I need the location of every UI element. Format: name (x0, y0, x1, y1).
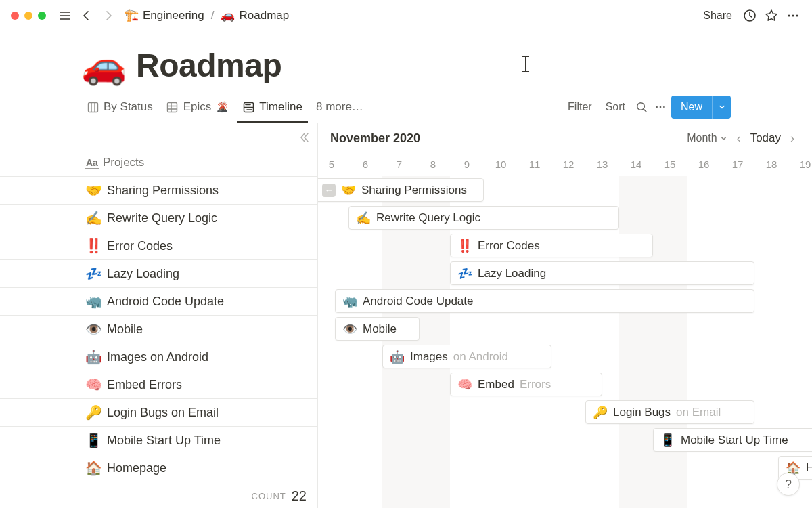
timeline-bar[interactable]: 🔑Login Bugs on Email (585, 400, 754, 424)
timeline-bar[interactable]: ‼️Error Codes (450, 234, 653, 257)
project-row[interactable]: 🔑Login Bugs on Email (0, 398, 317, 426)
updates-icon[interactable] (742, 7, 758, 24)
scale-selector[interactable]: Month (683, 129, 731, 147)
forward-icon[interactable] (100, 7, 116, 24)
timeline-bar[interactable]: 🦏Android Code Update (335, 289, 754, 313)
day-label: 8 (430, 158, 436, 170)
count-label: COUNT (252, 491, 286, 501)
tab-more-views[interactable]: 8 more… (311, 96, 369, 118)
timeline-view: Aa Projects 🤝Sharing Permissions✍️Rewrit… (0, 123, 812, 508)
timeline-icon (242, 101, 254, 113)
timeline-chart[interactable]: November 2020 Month ‹ Today › 5678910111… (318, 123, 812, 508)
new-button-dropdown-icon[interactable] (712, 96, 731, 119)
tab-timeline[interactable]: Timeline (237, 96, 308, 118)
timeline-bar[interactable]: 👁️Mobile (335, 317, 420, 341)
bar-icon: 👁️ (342, 322, 357, 337)
favorite-icon[interactable] (763, 7, 780, 24)
project-row[interactable]: 🏠Homepage (0, 454, 317, 482)
more-options-icon[interactable] (652, 99, 669, 115)
project-icon: ‼️ (85, 238, 100, 254)
filter-button[interactable]: Filter (562, 98, 597, 116)
day-label: 12 (563, 158, 574, 170)
back-icon[interactable] (78, 7, 95, 24)
bar-label: Login Bugs (613, 406, 671, 419)
view-tabs: By Status Epics 🌋 Timeline 8 more… Filte… (0, 91, 812, 123)
bar-label: Homepage (806, 461, 812, 475)
new-button-label[interactable]: New (671, 96, 712, 119)
prev-period-icon[interactable]: ‹ (731, 131, 746, 146)
project-icon: 👁️ (85, 321, 100, 337)
bar-label: Android Code Update (363, 295, 474, 308)
new-button[interactable]: New (671, 96, 731, 119)
day-label: 15 (664, 158, 676, 170)
page-title[interactable]: Roadmap (136, 47, 281, 84)
chevron-down-icon (720, 135, 727, 142)
day-label: 13 (597, 158, 608, 170)
project-row[interactable]: 🤝Sharing Permissions (0, 176, 317, 204)
share-button[interactable]: Share (699, 7, 736, 24)
day-label: 19 (800, 158, 811, 170)
next-period-icon[interactable]: › (785, 131, 800, 146)
breadcrumb-engineering[interactable]: 🏗️ Engineering (122, 7, 207, 24)
project-icon: 💤 (85, 266, 100, 282)
more-icon[interactable] (785, 7, 801, 24)
project-row[interactable]: 📱Mobile Start Up Time (0, 426, 317, 454)
breadcrumb-label: Roadmap (239, 9, 289, 22)
page-icon[interactable]: 🚗 (81, 47, 127, 83)
page-header: 🚗 Roadmap (0, 30, 812, 91)
day-label: 11 (529, 158, 541, 170)
bar-icon: 🧠 (457, 377, 472, 392)
tab-epics[interactable]: Epics 🌋 (161, 96, 235, 118)
bar-label-overflow: on Email (676, 406, 721, 419)
projects-label: Projects (103, 156, 144, 169)
bar-icon: 🤖 (390, 350, 405, 364)
car-icon: 🚗 (221, 8, 235, 22)
menu-icon[interactable] (57, 7, 73, 24)
tab-label: Epics (183, 100, 212, 114)
bar-icon: 📱 (660, 433, 675, 448)
breadcrumb-roadmap[interactable]: 🚗 Roadmap (218, 7, 292, 24)
project-row[interactable]: ✍️Rewrite Query Logic (0, 204, 317, 232)
bar-label: Error Codes (478, 239, 540, 253)
bar-label: Mobile (363, 322, 397, 336)
svg-point-9 (660, 106, 662, 108)
minimize-window-icon[interactable] (24, 12, 32, 20)
text-cursor-icon (525, 56, 526, 72)
day-label: 14 (631, 158, 642, 170)
svg-point-1 (788, 14, 790, 16)
timeline-bar[interactable]: 🧠Embed Errors (450, 373, 602, 396)
collapse-sidebar-icon[interactable] (298, 131, 311, 144)
bar-icon: 🤝 (341, 183, 356, 198)
scale-label: Month (687, 132, 717, 144)
tab-by-status[interactable]: By Status (81, 96, 158, 118)
svg-rect-5 (168, 102, 177, 112)
help-button[interactable]: ? (777, 473, 800, 496)
project-label: Embed Errors (107, 378, 182, 392)
sort-button[interactable]: Sort (600, 98, 631, 116)
tab-label: Timeline (259, 100, 302, 114)
projects-column-header: Aa Projects (0, 123, 317, 176)
timeline-bar[interactable]: ←🤝Sharing Permissions (318, 178, 484, 202)
project-label: Homepage (107, 461, 166, 475)
zoom-window-icon[interactable] (38, 12, 46, 20)
search-icon[interactable] (633, 99, 650, 115)
project-row[interactable]: 🧠Embed Errors (0, 371, 317, 398)
project-row[interactable]: 🤖Images on Android (0, 343, 317, 371)
project-row[interactable]: ‼️Error Codes (0, 232, 317, 259)
bar-label-overflow: on Android (453, 350, 508, 364)
project-row[interactable]: 🦏Android Code Update (0, 287, 317, 315)
day-label: 9 (464, 158, 470, 170)
close-window-icon[interactable] (11, 12, 19, 20)
count-value: 22 (292, 488, 307, 504)
timeline-bar[interactable]: ✍️Rewrite Query Logic (348, 206, 619, 230)
timeline-bar[interactable]: 📱Mobile Start Up Time (653, 428, 812, 452)
weekend-band (619, 176, 687, 508)
timeline-bar[interactable]: 🤖Images on Android (382, 345, 551, 368)
today-button[interactable]: Today (746, 129, 785, 148)
day-label: 10 (495, 158, 507, 170)
project-row[interactable]: 💤Lazy Loading (0, 259, 317, 287)
project-row[interactable]: 👁️Mobile (0, 315, 317, 343)
timeline-bar[interactable]: 💤Lazy Loading (450, 261, 754, 285)
bar-label: Embed (478, 378, 514, 391)
project-label: Android Code Update (107, 295, 224, 309)
